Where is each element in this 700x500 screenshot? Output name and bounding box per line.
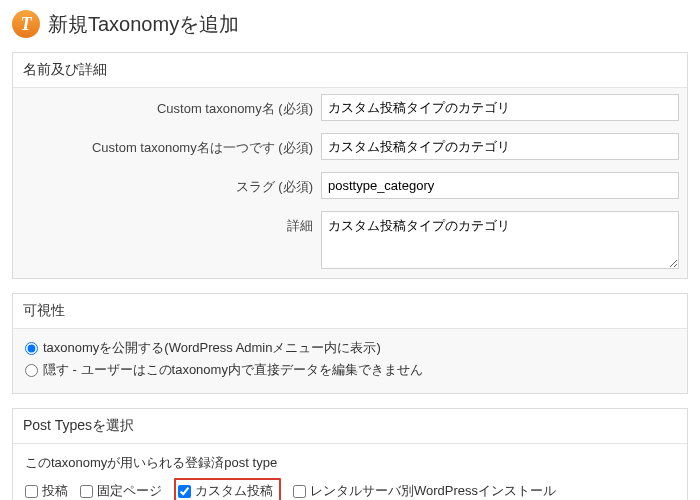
label-slug: スラグ (必須) bbox=[21, 172, 321, 196]
posttypes-checkrow: 投稿 固定ページ カスタム投稿 レンタルサーバ別WordPressインストール bbox=[25, 478, 675, 500]
page-header: T 新規Taxonomyを追加 bbox=[0, 0, 700, 46]
row-slug: スラグ (必須) bbox=[13, 166, 687, 205]
radio-visibility-hidden-label: 隠す - ユーザーはこのtaxonomy内で直接データを編集できません bbox=[43, 361, 423, 379]
label-desc: 詳細 bbox=[21, 211, 321, 235]
check-server[interactable]: レンタルサーバ別WordPressインストール bbox=[293, 482, 556, 500]
section-posttypes-body: このtaxonomyが用いられる登録済post type 投稿 固定ページ カス… bbox=[13, 444, 687, 500]
section-name-details: 名前及び詳細 Custom taxonomy名 (必須) Custom taxo… bbox=[12, 52, 688, 279]
input-taxonomy-singular[interactable] bbox=[321, 133, 679, 160]
radio-visibility-public-input[interactable] bbox=[25, 342, 38, 355]
section-visibility-title: 可視性 bbox=[13, 294, 687, 329]
section-posttypes: Post Typesを選択 このtaxonomyが用いられる登録済post ty… bbox=[12, 408, 688, 500]
posttypes-help: このtaxonomyが用いられる登録済post type bbox=[25, 454, 675, 472]
label-taxonomy-singular: Custom taxonomy名は一つです (必須) bbox=[21, 133, 321, 157]
textarea-desc[interactable]: カスタム投稿タイプのカテゴリ bbox=[321, 211, 679, 269]
section-posttypes-title: Post Typesを選択 bbox=[13, 409, 687, 444]
radio-visibility-public-label: taxonomyを公開する(WordPress Adminメニュー内に表示) bbox=[43, 339, 381, 357]
page-title: 新規Taxonomyを追加 bbox=[48, 11, 239, 38]
input-taxonomy-name[interactable] bbox=[321, 94, 679, 121]
check-server-label: レンタルサーバ別WordPressインストール bbox=[310, 482, 556, 500]
radio-visibility-hidden-input[interactable] bbox=[25, 364, 38, 377]
check-post[interactable]: 投稿 bbox=[25, 482, 68, 500]
label-taxonomy-name: Custom taxonomy名 (必須) bbox=[21, 94, 321, 118]
section-visibility-body: taxonomyを公開する(WordPress Adminメニュー内に表示) 隠… bbox=[13, 329, 687, 393]
section-name-title: 名前及び詳細 bbox=[13, 53, 687, 88]
check-page[interactable]: 固定ページ bbox=[80, 482, 162, 500]
section-visibility: 可視性 taxonomyを公開する(WordPress Adminメニュー内に表… bbox=[12, 293, 688, 394]
check-custom-input[interactable] bbox=[178, 485, 191, 498]
row-taxonomy-singular: Custom taxonomy名は一つです (必須) bbox=[13, 127, 687, 166]
check-post-label: 投稿 bbox=[42, 482, 68, 500]
types-icon: T bbox=[12, 10, 40, 38]
section-name-body: Custom taxonomy名 (必須) Custom taxonomy名は一… bbox=[13, 88, 687, 278]
check-custom[interactable]: カスタム投稿 bbox=[174, 478, 281, 500]
radio-visibility-hidden[interactable]: 隠す - ユーザーはこのtaxonomy内で直接データを編集できません bbox=[25, 361, 675, 379]
input-slug[interactable] bbox=[321, 172, 679, 199]
radio-visibility-public[interactable]: taxonomyを公開する(WordPress Adminメニュー内に表示) bbox=[25, 339, 675, 357]
check-custom-label: カスタム投稿 bbox=[195, 482, 273, 500]
row-taxonomy-name: Custom taxonomy名 (必須) bbox=[13, 88, 687, 127]
types-icon-letter: T bbox=[21, 14, 32, 35]
check-page-input[interactable] bbox=[80, 485, 93, 498]
check-post-input[interactable] bbox=[25, 485, 38, 498]
check-server-input[interactable] bbox=[293, 485, 306, 498]
row-desc: 詳細 カスタム投稿タイプのカテゴリ bbox=[13, 205, 687, 278]
check-page-label: 固定ページ bbox=[97, 482, 162, 500]
